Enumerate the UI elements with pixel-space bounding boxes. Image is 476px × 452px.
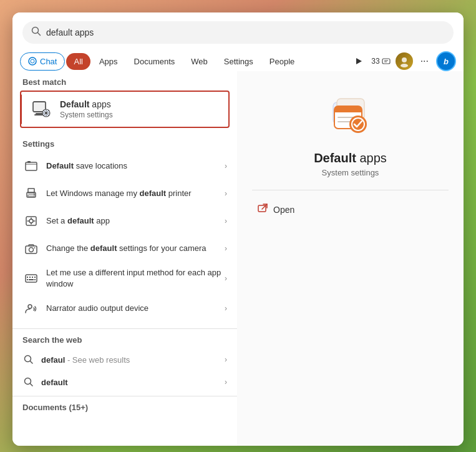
list-item[interactable]: default › <box>12 371 237 393</box>
svg-rect-16 <box>27 161 31 163</box>
left-panel: Best match Default apps <box>12 71 237 446</box>
chevron-right-icon: › <box>225 244 227 253</box>
tab-apps[interactable]: Apps <box>92 53 125 70</box>
search-window: Chat All Apps Documents Web Settings Peo… <box>12 12 464 446</box>
list-item[interactable]: Set a default app › <box>12 207 237 235</box>
right-divider <box>252 190 449 190</box>
narrator-icon <box>22 300 40 317</box>
best-match-text: Default apps System settings <box>60 99 113 119</box>
web-section: Search the web defaul - See web results … <box>12 332 237 393</box>
tabs-row: Chat All Apps Documents Web Settings Peo… <box>12 49 464 71</box>
best-match-subtitle: System settings <box>60 111 113 119</box>
svg-point-14 <box>45 112 47 114</box>
svg-line-40 <box>31 361 33 364</box>
settings-item-text: Let me use a different input method for … <box>46 267 225 290</box>
open-icon <box>257 203 268 217</box>
badge-count: 33 <box>371 57 390 66</box>
svg-rect-35 <box>27 279 28 280</box>
chevron-right-icon: › <box>225 378 227 386</box>
svg-point-28 <box>29 248 34 252</box>
chevron-right-icon: › <box>225 304 227 313</box>
search-web-icon <box>22 353 35 366</box>
svg-rect-34 <box>34 277 36 278</box>
app-title: Default apps <box>314 151 387 165</box>
list-item[interactable]: Narrator audio output device › <box>12 295 237 322</box>
svg-rect-11 <box>36 113 43 114</box>
settings-section: Settings Default save locations › <box>12 133 237 326</box>
open-button[interactable]: Open <box>252 199 449 220</box>
svg-line-42 <box>31 384 33 386</box>
svg-rect-33 <box>32 277 33 278</box>
app-icon-large <box>326 91 376 141</box>
chevron-right-icon: › <box>225 355 227 364</box>
svg-point-22 <box>29 219 33 223</box>
best-match-label: Best match <box>12 71 237 91</box>
list-item[interactable]: Let me use a different input method for … <box>12 262 237 295</box>
web-section-label: Search the web <box>12 332 237 348</box>
svg-rect-19 <box>28 195 34 197</box>
search-input[interactable] <box>46 27 445 37</box>
avatar[interactable] <box>396 52 413 70</box>
tab-documents[interactable]: Documents <box>127 53 183 70</box>
svg-rect-31 <box>27 277 28 278</box>
keyboard-icon <box>22 270 40 287</box>
tab-web[interactable]: Web <box>183 53 215 70</box>
settings-item-text: Narrator audio output device <box>46 303 225 314</box>
svg-point-20 <box>34 194 35 195</box>
divider <box>12 396 237 396</box>
search-input-wrapper <box>22 21 454 44</box>
best-match-title: Default apps <box>60 99 113 109</box>
search-icon <box>31 26 41 39</box>
svg-line-1 <box>38 33 41 36</box>
svg-point-3 <box>31 59 34 63</box>
settings-item-text: Set a default app <box>46 215 225 227</box>
documents-section-label: Documents (15+) <box>12 399 237 415</box>
settings-item-text: Default save locations <box>46 160 225 172</box>
svg-marker-4 <box>356 58 362 64</box>
save-locations-icon <box>22 157 40 175</box>
list-item[interactable]: defaul - See web results › <box>12 348 237 371</box>
divider <box>12 328 237 329</box>
tab-settings[interactable]: Settings <box>216 53 261 70</box>
content-area: Best match Default apps <box>12 71 464 446</box>
settings-item-text: Let Windows manage my default printer <box>46 188 225 199</box>
settings-item-text: Change the default settings for your cam… <box>46 243 225 254</box>
svg-point-2 <box>29 57 36 65</box>
tab-all[interactable]: All <box>66 53 90 70</box>
web-item-text: defaul - See web results <box>41 355 225 365</box>
chevron-right-icon: › <box>225 189 227 198</box>
bing-button[interactable]: b <box>436 51 456 71</box>
best-match-app-icon <box>30 98 52 120</box>
settings-section-label: Settings <box>12 133 237 152</box>
chevron-right-icon: › <box>225 274 227 283</box>
svg-rect-30 <box>26 275 37 282</box>
chat-icon <box>28 57 37 66</box>
tab-chat[interactable]: Chat <box>20 52 65 71</box>
list-item[interactable]: Let Windows manage my default printer › <box>12 180 237 207</box>
svg-point-29 <box>34 247 36 248</box>
svg-point-8 <box>402 57 407 62</box>
right-panel: Default apps System settings Open <box>237 71 464 446</box>
play-button[interactable] <box>351 54 366 69</box>
printer-icon <box>22 185 40 202</box>
set-default-icon <box>22 212 40 230</box>
svg-rect-47 <box>334 109 362 112</box>
open-label: Open <box>273 205 294 215</box>
svg-rect-37 <box>34 279 36 280</box>
app-subtitle: System settings <box>322 168 379 177</box>
svg-rect-15 <box>26 162 37 170</box>
svg-point-38 <box>28 305 32 308</box>
search-bar-area <box>12 12 464 49</box>
best-match-item[interactable]: Default apps System settings <box>20 91 230 128</box>
list-item[interactable]: Change the default settings for your cam… <box>12 235 237 262</box>
svg-rect-36 <box>29 279 34 280</box>
svg-rect-32 <box>29 277 31 278</box>
more-button[interactable]: ··· <box>418 54 431 68</box>
web-item-text: default <box>41 378 225 387</box>
camera-icon <box>22 240 40 257</box>
svg-point-9 <box>401 64 408 67</box>
search-web-icon <box>22 376 35 388</box>
tab-people[interactable]: People <box>262 53 302 70</box>
chevron-right-icon: › <box>225 162 227 170</box>
list-item[interactable]: Default save locations › <box>12 152 237 180</box>
